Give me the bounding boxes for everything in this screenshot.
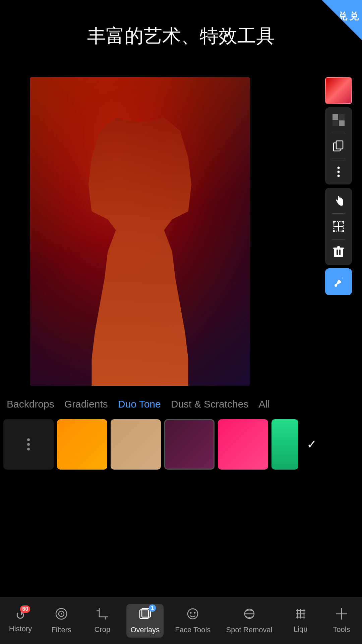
- dot-2: [27, 443, 30, 446]
- svg-point-14: [333, 230, 335, 232]
- page-title: 丰富的艺术、特效工具: [0, 23, 362, 49]
- svg-rect-20: [339, 250, 341, 255]
- overlay-dark-red[interactable]: [164, 419, 215, 470]
- svg-point-6: [338, 167, 340, 169]
- toolbar-divider-2: [332, 159, 345, 159]
- svg-rect-16: [334, 248, 343, 257]
- svg-rect-18: [337, 246, 340, 248]
- overlay-menu-button[interactable]: [3, 419, 54, 470]
- svg-point-7: [338, 171, 340, 173]
- eyedropper-button[interactable]: [325, 268, 352, 295]
- face-tools-icon: [186, 607, 199, 624]
- right-toolbar: [325, 77, 352, 295]
- svg-point-30: [190, 612, 192, 613]
- toolbar-divider: [332, 133, 345, 133]
- tab-all[interactable]: All: [258, 397, 269, 411]
- tools-label: Tools: [333, 625, 350, 634]
- overlay-green[interactable]: [272, 419, 298, 470]
- svg-point-21: [335, 284, 337, 287]
- filters-icon: [55, 607, 68, 624]
- toolbar-section-lower: [325, 188, 352, 265]
- hand-tool-button[interactable]: [328, 190, 349, 211]
- svg-point-8: [338, 175, 340, 177]
- svg-rect-0: [333, 114, 338, 120]
- transform-button[interactable]: [328, 216, 349, 237]
- liquify-icon: [295, 608, 307, 623]
- history-label: History: [9, 625, 32, 633]
- overlay-tan[interactable]: [111, 419, 161, 470]
- nav-tools[interactable]: Tools: [325, 604, 358, 637]
- svg-rect-19: [337, 250, 338, 255]
- tab-dust-scratches[interactable]: Dust & Scratches: [171, 397, 249, 411]
- nav-history[interactable]: ↺ 60 History: [4, 605, 37, 637]
- checker-button[interactable]: [328, 109, 349, 131]
- filters-label: Filters: [51, 626, 71, 634]
- copy-button[interactable]: [328, 135, 349, 157]
- nav-filters[interactable]: Filters: [45, 604, 78, 638]
- photo-canvas[interactable]: [30, 77, 250, 386]
- tab-backdrops[interactable]: Backdrops: [7, 397, 54, 411]
- liquify-label: Liqu: [294, 625, 308, 634]
- checkmark-button[interactable]: ✓: [302, 419, 322, 470]
- tab-duo-tone[interactable]: Duo Tone: [118, 397, 161, 411]
- photo-background: [30, 77, 250, 386]
- svg-rect-2: [333, 120, 338, 126]
- nav-liquify[interactable]: Liqu: [284, 604, 317, 637]
- svg-point-13: [342, 221, 344, 223]
- dot-1: [27, 438, 30, 441]
- toolbar-divider-4: [332, 239, 345, 239]
- dot-3: [27, 448, 30, 450]
- svg-point-15: [342, 230, 344, 232]
- color-swatch[interactable]: [325, 77, 352, 104]
- overlays-badge: 1: [149, 604, 156, 612]
- overlays-icon: 1: [138, 607, 152, 624]
- svg-rect-3: [339, 120, 345, 126]
- crop-icon: [96, 607, 109, 623]
- spot-removal-label: Spot Removal: [226, 626, 272, 634]
- bottom-nav: ↺ 60 History Filters Crop: [0, 597, 362, 644]
- overlays-label: Overlays: [130, 626, 160, 634]
- category-tabs: Backdrops Gradients Duo Tone Dust & Scra…: [0, 394, 362, 414]
- svg-point-29: [188, 609, 198, 619]
- history-icon: ↺ 60: [15, 608, 25, 623]
- svg-point-24: [61, 613, 62, 614]
- nav-crop[interactable]: Crop: [85, 604, 119, 637]
- svg-rect-5: [336, 141, 343, 149]
- delete-button[interactable]: [328, 241, 349, 263]
- svg-point-12: [333, 221, 335, 223]
- overlay-orange[interactable]: [57, 419, 107, 470]
- crop-label: Crop: [94, 625, 110, 634]
- tab-gradients[interactable]: Gradients: [64, 397, 108, 411]
- svg-rect-1: [339, 114, 345, 120]
- svg-point-31: [194, 612, 196, 613]
- face-tools-label: Face Tools: [175, 626, 210, 634]
- overlay-pink[interactable]: [218, 419, 268, 470]
- toolbar-section-top: [325, 107, 352, 184]
- spot-removal-icon: [243, 607, 256, 624]
- overlays-row: ✓: [0, 416, 362, 473]
- history-badge: 60: [20, 605, 30, 613]
- tools-icon: [335, 607, 348, 623]
- more-options-button[interactable]: [328, 161, 349, 182]
- toolbar-divider-3: [332, 213, 345, 214]
- nav-overlays[interactable]: 1 Overlays: [126, 604, 164, 638]
- nav-spot-removal[interactable]: Spot Removal: [222, 604, 276, 638]
- nav-face-tools[interactable]: Face Tools: [171, 604, 215, 638]
- badge-text: 兑兑: [334, 0, 362, 7]
